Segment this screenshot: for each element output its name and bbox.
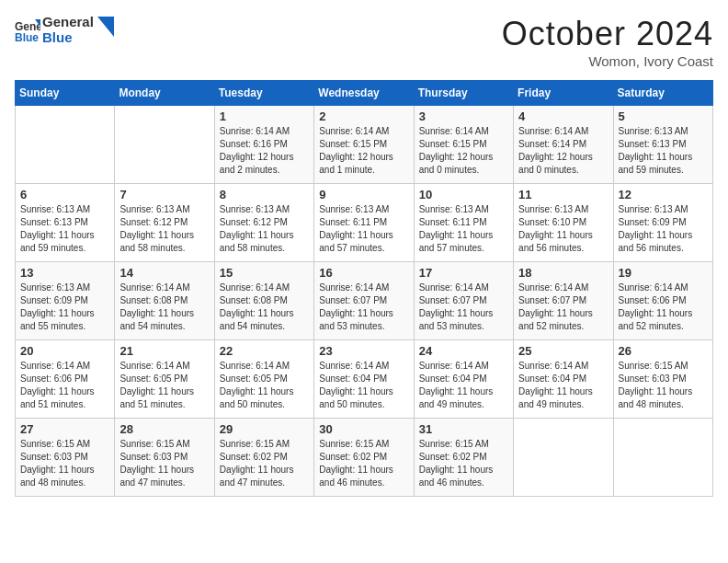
day-number: 29: [220, 422, 309, 436]
calendar-cell: 27Sunrise: 6:15 AM Sunset: 6:03 PM Dayli…: [16, 419, 115, 497]
calendar-cell: 23Sunrise: 6:14 AM Sunset: 6:04 PM Dayli…: [314, 340, 414, 419]
day-number: 4: [518, 109, 608, 123]
day-info: Sunrise: 6:13 AM Sunset: 6:09 PM Dayligh…: [20, 282, 109, 333]
calendar-cell: 18Sunrise: 6:14 AM Sunset: 6:07 PM Dayli…: [514, 262, 613, 340]
calendar-week-row: 13Sunrise: 6:13 AM Sunset: 6:09 PM Dayli…: [16, 262, 713, 340]
day-info: Sunrise: 6:15 AM Sunset: 6:02 PM Dayligh…: [319, 438, 408, 489]
header-cell-monday: Monday: [115, 81, 214, 106]
day-info: Sunrise: 6:14 AM Sunset: 6:06 PM Dayligh…: [619, 282, 708, 333]
header-cell-friday: Friday: [514, 81, 613, 106]
calendar-cell: 22Sunrise: 6:14 AM Sunset: 6:05 PM Dayli…: [214, 340, 313, 419]
day-info: Sunrise: 6:14 AM Sunset: 6:14 PM Dayligh…: [518, 125, 608, 177]
day-info: Sunrise: 6:14 AM Sunset: 6:05 PM Dayligh…: [119, 360, 209, 411]
day-number: 25: [518, 344, 608, 358]
day-number: 5: [619, 109, 708, 123]
day-info: Sunrise: 6:14 AM Sunset: 6:04 PM Dayligh…: [518, 360, 608, 411]
title-block: October 2024 Womon, Ivory Coast: [502, 15, 713, 69]
day-number: 16: [319, 266, 408, 280]
calendar-cell: 14Sunrise: 6:14 AM Sunset: 6:08 PM Dayli…: [115, 262, 214, 340]
calendar-cell: [613, 419, 712, 497]
day-number: 20: [20, 344, 109, 358]
calendar-cell: 21Sunrise: 6:14 AM Sunset: 6:05 PM Dayli…: [115, 340, 214, 419]
day-info: Sunrise: 6:15 AM Sunset: 6:03 PM Dayligh…: [619, 360, 708, 411]
calendar-week-row: 20Sunrise: 6:14 AM Sunset: 6:06 PM Dayli…: [16, 340, 713, 419]
calendar-week-row: 6Sunrise: 6:13 AM Sunset: 6:13 PM Daylig…: [16, 184, 713, 262]
calendar-cell: 19Sunrise: 6:14 AM Sunset: 6:06 PM Dayli…: [613, 262, 712, 340]
calendar-cell: 3Sunrise: 6:14 AM Sunset: 6:15 PM Daylig…: [414, 106, 513, 184]
day-info: Sunrise: 6:14 AM Sunset: 6:07 PM Dayligh…: [518, 282, 608, 333]
day-info: Sunrise: 6:13 AM Sunset: 6:13 PM Dayligh…: [20, 203, 109, 255]
calendar-cell: 5Sunrise: 6:13 AM Sunset: 6:13 PM Daylig…: [613, 106, 712, 184]
day-info: Sunrise: 6:13 AM Sunset: 6:09 PM Dayligh…: [619, 203, 708, 255]
month-title: October 2024: [502, 15, 713, 53]
day-info: Sunrise: 6:13 AM Sunset: 6:12 PM Dayligh…: [119, 203, 209, 255]
day-info: Sunrise: 6:15 AM Sunset: 6:03 PM Dayligh…: [20, 438, 109, 489]
day-number: 11: [518, 188, 608, 201]
calendar-header-row: SundayMondayTuesdayWednesdayThursdayFrid…: [16, 81, 713, 106]
day-info: Sunrise: 6:14 AM Sunset: 6:15 PM Dayligh…: [419, 125, 508, 177]
logo-arrow-icon: [97, 17, 114, 37]
calendar-cell: 28Sunrise: 6:15 AM Sunset: 6:03 PM Dayli…: [115, 419, 214, 497]
calendar-cell: 12Sunrise: 6:13 AM Sunset: 6:09 PM Dayli…: [613, 184, 712, 262]
location-label: Womon, Ivory Coast: [502, 53, 713, 69]
calendar-cell: 24Sunrise: 6:14 AM Sunset: 6:04 PM Dayli…: [414, 340, 513, 419]
calendar-table: SundayMondayTuesdayWednesdayThursdayFrid…: [15, 80, 713, 497]
calendar-cell: 25Sunrise: 6:14 AM Sunset: 6:04 PM Dayli…: [514, 340, 613, 419]
day-info: Sunrise: 6:13 AM Sunset: 6:13 PM Dayligh…: [619, 125, 708, 177]
day-number: 13: [20, 266, 109, 280]
calendar-cell: 9Sunrise: 6:13 AM Sunset: 6:11 PM Daylig…: [314, 184, 414, 262]
day-number: 9: [319, 188, 408, 201]
calendar-cell: 7Sunrise: 6:13 AM Sunset: 6:12 PM Daylig…: [115, 184, 214, 262]
svg-text:Blue: Blue: [15, 31, 39, 43]
header-cell-tuesday: Tuesday: [214, 81, 313, 106]
day-number: 15: [220, 266, 309, 280]
svg-marker-3: [97, 17, 114, 37]
day-number: 31: [419, 422, 508, 436]
calendar-cell: 8Sunrise: 6:13 AM Sunset: 6:12 PM Daylig…: [214, 184, 313, 262]
day-number: 10: [419, 188, 508, 201]
calendar-cell: 15Sunrise: 6:14 AM Sunset: 6:08 PM Dayli…: [214, 262, 313, 340]
day-number: 21: [119, 344, 209, 358]
logo-icon: General Blue: [15, 17, 40, 43]
logo-general: General: [42, 15, 94, 30]
day-info: Sunrise: 6:14 AM Sunset: 6:06 PM Dayligh…: [20, 360, 109, 411]
day-number: 18: [518, 266, 608, 280]
calendar-body: 1Sunrise: 6:14 AM Sunset: 6:16 PM Daylig…: [16, 106, 713, 497]
day-info: Sunrise: 6:14 AM Sunset: 6:15 PM Dayligh…: [319, 125, 408, 177]
day-number: 30: [319, 422, 408, 436]
calendar-cell: 29Sunrise: 6:15 AM Sunset: 6:02 PM Dayli…: [214, 419, 313, 497]
calendar-cell: 26Sunrise: 6:15 AM Sunset: 6:03 PM Dayli…: [613, 340, 712, 419]
calendar-cell: 31Sunrise: 6:15 AM Sunset: 6:02 PM Dayli…: [414, 419, 513, 497]
day-info: Sunrise: 6:13 AM Sunset: 6:11 PM Dayligh…: [319, 203, 408, 255]
day-info: Sunrise: 6:14 AM Sunset: 6:08 PM Dayligh…: [119, 282, 209, 333]
day-number: 27: [20, 422, 109, 436]
header-cell-wednesday: Wednesday: [314, 81, 414, 106]
calendar-cell: [115, 106, 214, 184]
day-number: 14: [119, 266, 209, 280]
calendar-cell: 6Sunrise: 6:13 AM Sunset: 6:13 PM Daylig…: [16, 184, 115, 262]
day-info: Sunrise: 6:14 AM Sunset: 6:08 PM Dayligh…: [220, 282, 309, 333]
day-number: 7: [119, 188, 209, 201]
header-cell-saturday: Saturday: [613, 81, 712, 106]
header-cell-sunday: Sunday: [16, 81, 115, 106]
calendar-cell: 2Sunrise: 6:14 AM Sunset: 6:15 PM Daylig…: [314, 106, 414, 184]
day-info: Sunrise: 6:15 AM Sunset: 6:02 PM Dayligh…: [220, 438, 309, 489]
day-info: Sunrise: 6:13 AM Sunset: 6:12 PM Dayligh…: [220, 203, 309, 255]
day-number: 26: [619, 344, 708, 358]
day-number: 23: [319, 344, 408, 358]
day-number: 6: [20, 188, 109, 201]
day-info: Sunrise: 6:14 AM Sunset: 6:04 PM Dayligh…: [419, 360, 508, 411]
day-number: 19: [619, 266, 708, 280]
day-number: 8: [220, 188, 309, 201]
calendar-cell: 11Sunrise: 6:13 AM Sunset: 6:10 PM Dayli…: [514, 184, 613, 262]
day-number: 12: [619, 188, 708, 201]
calendar-cell: 13Sunrise: 6:13 AM Sunset: 6:09 PM Dayli…: [16, 262, 115, 340]
calendar-cell: 16Sunrise: 6:14 AM Sunset: 6:07 PM Dayli…: [314, 262, 414, 340]
day-info: Sunrise: 6:14 AM Sunset: 6:04 PM Dayligh…: [319, 360, 408, 411]
day-number: 24: [419, 344, 508, 358]
day-number: 1: [220, 109, 309, 123]
day-info: Sunrise: 6:14 AM Sunset: 6:07 PM Dayligh…: [419, 282, 508, 333]
day-info: Sunrise: 6:13 AM Sunset: 6:10 PM Dayligh…: [518, 203, 608, 255]
day-info: Sunrise: 6:14 AM Sunset: 6:05 PM Dayligh…: [220, 360, 309, 411]
day-number: 28: [119, 422, 209, 436]
